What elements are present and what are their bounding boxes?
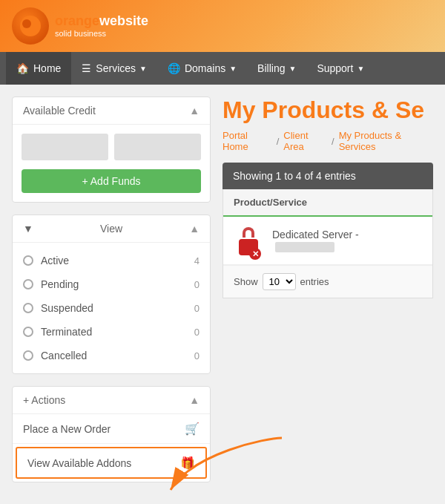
per-page-select[interactable]: 10 (263, 273, 296, 290)
table-footer: Show 10 entries (223, 265, 432, 298)
domains-icon: 🌐 (168, 62, 180, 74)
radio-pending (23, 279, 33, 289)
filter-pending-label: Pending (41, 278, 185, 290)
product-service-header: Product/Service (234, 197, 307, 208)
filter-active[interactable]: Active 4 (13, 249, 210, 272)
credit-boxes (13, 125, 210, 169)
radio-active (23, 255, 33, 266)
credit-chevron-icon: ▲ (189, 105, 200, 117)
lock-body: ✕ (239, 239, 258, 255)
product-name-blur (275, 242, 334, 252)
table-row[interactable]: ✕ Dedicated Server - (223, 217, 432, 265)
view-addons-label: View Available Addons (27, 457, 180, 469)
filter-terminated[interactable]: Terminated 0 (13, 320, 210, 344)
nav-home-label: Home (33, 62, 61, 74)
svg-point-1 (22, 19, 31, 28)
logo-brand-website: website (99, 13, 148, 28)
logo-subtitle: solid business (55, 29, 148, 39)
place-new-order-label: Place a New Order (23, 423, 185, 435)
content-area: My Products & Se Portal Home / Client Ar… (222, 96, 433, 298)
place-new-order-action[interactable]: Place a New Order 🛒 (13, 414, 210, 444)
show-label: Show (234, 276, 258, 287)
view-chevron-icon: ▲ (189, 223, 200, 235)
billing-caret-icon: ▼ (289, 65, 296, 73)
filter-suspended[interactable]: Suspended 0 (13, 296, 210, 320)
breadcrumb: Portal Home / Client Area / My Products … (222, 130, 433, 152)
cart-icon: 🛒 (185, 422, 200, 436)
domains-caret-icon: ▼ (229, 65, 237, 73)
filter-list: Active 4 Pending 0 Suspended 0 Terminate… (13, 243, 210, 373)
lock-shackle (243, 227, 254, 238)
header: orangewebsite solid business (0, 0, 445, 52)
nav-support[interactable]: Support ▼ (306, 52, 375, 85)
filter-active-label: Active (41, 255, 185, 266)
breadcrumb-current: My Products & Services (339, 130, 433, 152)
logo-text: orangewebsite solid business (55, 13, 148, 39)
credit-panel-title: Available Credit (23, 105, 96, 117)
nav-services-label: Services (96, 62, 136, 74)
actions-chevron-icon: ▲ (189, 394, 200, 406)
home-icon: 🏠 (16, 62, 29, 74)
lock-icon: ✕ (234, 226, 263, 255)
nav-billing-label: Billing (257, 62, 285, 74)
filter-cancelled-label: Cancelled (41, 350, 185, 361)
filter-suspended-count: 0 (185, 303, 200, 314)
product-name: Dedicated Server - (272, 229, 422, 252)
entries-bar: Showing 1 to 4 of 4 entries (222, 163, 433, 189)
actions-panel-header: + Actions ▲ (13, 387, 210, 414)
addon-icon: 🎁 (180, 456, 195, 470)
filter-terminated-label: Terminated (41, 326, 185, 338)
filter-active-count: 4 (185, 255, 200, 266)
nav-services[interactable]: ☰ Services ▼ (71, 52, 157, 85)
page-title: My Products & Se (222, 96, 433, 124)
nav-domains-label: Domains (185, 62, 225, 74)
add-funds-button[interactable]: + Add Funds (22, 169, 201, 193)
credit-box-1 (22, 134, 108, 160)
radio-cancelled (23, 350, 33, 361)
nav-billing[interactable]: Billing ▼ (247, 52, 306, 85)
view-panel-title: View (100, 223, 122, 235)
credit-panel-header: Available Credit ▲ (13, 97, 210, 125)
view-available-addons-action[interactable]: View Available Addons 🎁 (16, 447, 207, 479)
services-caret-icon: ▼ (139, 65, 147, 73)
logo: orangewebsite solid business (12, 7, 148, 45)
filter-suspended-label: Suspended (41, 302, 185, 314)
entries-label: entries (300, 276, 329, 287)
logo-brand-orange: orange (55, 13, 99, 28)
breadcrumb-sep-2: / (332, 136, 334, 147)
radio-terminated (23, 327, 33, 337)
nav-support-label: Support (317, 62, 353, 74)
filter-cancelled[interactable]: Cancelled 0 (13, 344, 210, 367)
actions-panel-title: + Actions (23, 394, 65, 406)
support-caret-icon: ▼ (357, 65, 364, 73)
services-icon: ☰ (82, 62, 91, 74)
products-table: Product/Service ✕ Dedicated Server - Sho… (222, 189, 433, 298)
breadcrumb-sep-1: / (277, 136, 280, 147)
main-layout: Available Credit ▲ + Add Funds ▼ View ▲ … (0, 85, 445, 504)
view-panel-header: ▼ View ▲ (13, 215, 210, 243)
credit-panel: Available Credit ▲ + Add Funds (12, 96, 211, 203)
filter-cancelled-count: 0 (185, 350, 200, 361)
filter-terminated-count: 0 (185, 327, 200, 338)
filter-pending-count: 0 (185, 279, 200, 290)
table-header: Product/Service (223, 189, 432, 217)
radio-suspended (23, 303, 33, 313)
nav-domains[interactable]: 🌐 Domains ▼ (157, 52, 247, 85)
navbar: 🏠 Home ☰ Services ▼ 🌐 Domains ▼ Billing … (0, 52, 445, 85)
credit-box-2 (114, 134, 201, 160)
actions-panel: + Actions ▲ Place a New Order 🛒 View Ava… (12, 386, 211, 482)
nav-home[interactable]: 🏠 Home (6, 52, 71, 85)
view-filter-icon: ▼ (23, 223, 33, 235)
breadcrumb-client[interactable]: Client Area (283, 130, 327, 152)
lock-x-icon: ✕ (249, 248, 261, 260)
sidebar: Available Credit ▲ + Add Funds ▼ View ▲ … (12, 96, 211, 494)
logo-icon (12, 7, 49, 45)
filter-pending[interactable]: Pending 0 (13, 272, 210, 296)
breadcrumb-portal[interactable]: Portal Home (222, 130, 272, 152)
view-panel: ▼ View ▲ Active 4 Pending 0 Suspended (12, 215, 211, 374)
